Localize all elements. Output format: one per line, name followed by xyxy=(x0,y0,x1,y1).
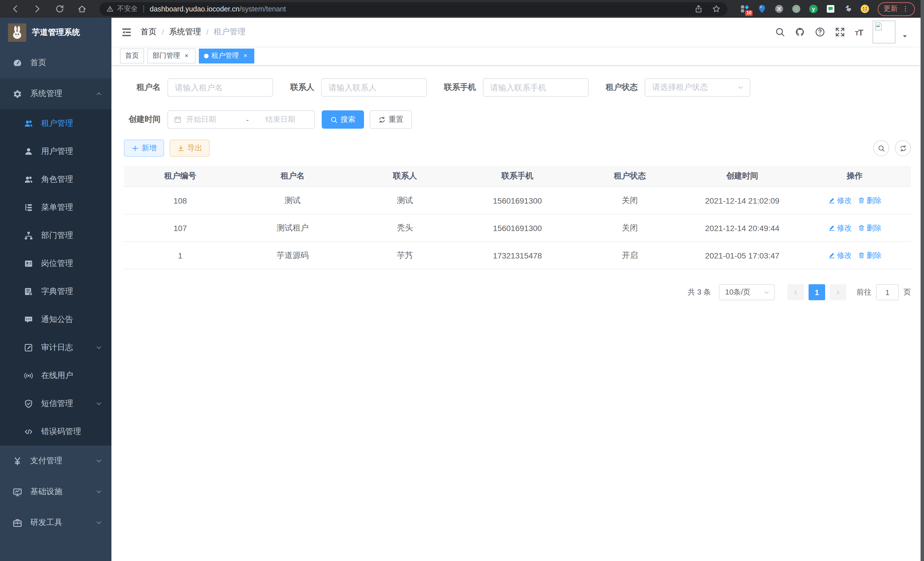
puzzle-extensions-icon[interactable] xyxy=(843,4,853,14)
date-range-picker[interactable]: 开始日期 - 结束日期 xyxy=(167,110,315,129)
sms-shield-icon xyxy=(24,399,33,408)
address-bar[interactable]: 不安全 dashboard.yudao.iocoder.cn/system/te… xyxy=(99,2,728,16)
sidebar-item-label: 在线用户 xyxy=(41,370,73,381)
tab-首页[interactable]: 首页 xyxy=(120,48,144,63)
tab-部门管理[interactable]: 部门管理× xyxy=(147,48,195,63)
puzzle-extensions-icon xyxy=(843,4,853,14)
chat-extension-icon[interactable] xyxy=(826,4,836,14)
menu-tree-icon xyxy=(24,203,33,212)
emoji-profile-icon xyxy=(860,4,870,14)
reset-button[interactable]: 重置 xyxy=(370,110,412,129)
sidebar-item-tenants[interactable]: 租户管理 xyxy=(0,109,111,137)
refresh-table-button[interactable] xyxy=(895,140,911,156)
sidebar-item-post-badge[interactable]: 岗位管理 xyxy=(0,249,111,277)
header-search-icon[interactable] xyxy=(775,27,785,37)
edit-link[interactable]: 修改 xyxy=(828,195,852,206)
close-icon[interactable]: × xyxy=(242,52,249,59)
page-unit-label: 页 xyxy=(903,287,911,297)
font-size-icon[interactable]: TT xyxy=(855,27,863,37)
export-button[interactable]: 导出 xyxy=(170,140,210,157)
balloon-extension-icon[interactable] xyxy=(757,4,767,14)
edit-link[interactable]: 修改 xyxy=(828,250,852,260)
cell-contact: 秃头 xyxy=(349,223,461,233)
next-page-button[interactable] xyxy=(830,284,846,300)
add-button[interactable]: 新增 xyxy=(124,140,164,157)
user-menu-caret-icon[interactable] xyxy=(902,33,908,39)
hamburger-icon xyxy=(121,27,132,38)
prev-page-button[interactable] xyxy=(788,284,804,300)
app-logo[interactable]: 芋道管理系统 xyxy=(0,18,111,47)
page-number-1[interactable]: 1 xyxy=(808,284,825,300)
cell-status: 关闭 xyxy=(574,223,686,233)
url-divider xyxy=(143,5,144,13)
sidebar-item-error-code[interactable]: 错误码管理 xyxy=(0,417,111,445)
browser-home-icon[interactable] xyxy=(77,4,87,14)
sidebar-item-user[interactable]: 用户管理 xyxy=(0,137,111,165)
sidebar-item-toolbox[interactable]: 研发工具 xyxy=(0,507,111,538)
tenant-name-input[interactable] xyxy=(167,78,273,97)
recorder-extension-icon[interactable] xyxy=(791,4,801,14)
user-avatar[interactable] xyxy=(873,21,896,44)
dict-icon xyxy=(24,287,33,296)
delete-link[interactable]: 删除 xyxy=(857,223,881,233)
sidebar-item-notice[interactable]: 通知公告 xyxy=(0,305,111,333)
cell-id: 1 xyxy=(124,251,236,260)
sidebar-item-roles[interactable]: 角色管理 xyxy=(0,165,111,193)
share-icon[interactable] xyxy=(694,5,703,13)
broken-image-icon xyxy=(874,22,883,31)
chevron-down-icon xyxy=(95,488,102,495)
fullscreen-icon[interactable] xyxy=(835,27,845,37)
security-indicator[interactable]: 不安全 xyxy=(106,4,138,14)
close-icon[interactable]: × xyxy=(183,52,190,59)
help-icon[interactable] xyxy=(815,27,825,37)
emoji-profile-icon[interactable] xyxy=(860,4,870,14)
edit-label: 修改 xyxy=(837,195,852,206)
pinned-grid-extension-icon[interactable]: 10 xyxy=(740,4,750,14)
phone-input[interactable] xyxy=(483,78,589,97)
browser-forward-icon[interactable] xyxy=(33,4,42,14)
show-search-toggle-button[interactable] xyxy=(873,140,889,156)
sidebar-item-yen[interactable]: 支付管理 xyxy=(0,445,111,476)
chevron-down-icon xyxy=(95,457,102,464)
page-size-select[interactable]: 10条/页 xyxy=(719,284,775,300)
goto-page-input[interactable] xyxy=(876,284,899,300)
end-date-placeholder: 结束日期 xyxy=(252,114,309,125)
bookmark-star-icon[interactable] xyxy=(712,5,721,13)
sidebar-collapse-button[interactable] xyxy=(111,27,141,38)
browser-reload-icon[interactable] xyxy=(55,4,64,14)
tab-label: 租户管理 xyxy=(212,51,239,61)
delete-link[interactable]: 删除 xyxy=(857,250,881,260)
browser-menu-icon[interactable] xyxy=(902,5,909,13)
breadcrumb-item[interactable]: 系统管理 xyxy=(169,27,201,37)
contact-input[interactable] xyxy=(321,78,427,97)
sidebar-item-sms-shield[interactable]: 短信管理 xyxy=(0,390,111,417)
tab-租户管理[interactable]: 租户管理× xyxy=(199,48,254,63)
chat-extension-icon xyxy=(826,4,836,14)
sidebar-item-org[interactable]: 部门管理 xyxy=(0,221,111,249)
sidebar-item-dict[interactable]: 字典管理 xyxy=(0,277,111,305)
status-select-placeholder: 请选择租户状态 xyxy=(652,82,737,93)
breadcrumb-item[interactable]: 首页 xyxy=(141,27,157,37)
edit-link[interactable]: 修改 xyxy=(828,223,852,233)
search-button[interactable]: 搜索 xyxy=(322,110,364,129)
sidebar-item-dashboard[interactable]: 首页 xyxy=(0,47,111,78)
sidebar-item-label: 短信管理 xyxy=(41,398,73,409)
sidebar-item-audit-log[interactable]: 审计日志 xyxy=(0,333,111,361)
balloon-extension-icon xyxy=(757,4,767,14)
sidebar-item-online-user[interactable]: 在线用户 xyxy=(0,361,111,390)
sidebar-item-infra-monitor[interactable]: 基础设施 xyxy=(0,476,111,507)
browser-update-button[interactable]: 更新 xyxy=(878,2,915,16)
pagination-goto: 前往 页 xyxy=(856,284,911,300)
command-extension-icon[interactable]: ⌘ xyxy=(774,4,784,14)
browser-back-icon[interactable] xyxy=(10,4,20,14)
update-label: 更新 xyxy=(884,4,898,14)
gear-icon xyxy=(13,89,22,99)
delete-link[interactable]: 删除 xyxy=(857,195,881,206)
breadcrumb-separator: / xyxy=(162,27,164,37)
yapi-extension-icon[interactable]: y xyxy=(808,4,818,14)
sidebar-item-menu-tree[interactable]: 菜单管理 xyxy=(0,193,111,221)
trash-icon xyxy=(857,197,865,204)
sidebar-item-gear[interactable]: 系统管理 xyxy=(0,78,111,109)
status-select[interactable]: 请选择租户状态 xyxy=(645,78,750,97)
github-icon[interactable] xyxy=(795,27,805,37)
